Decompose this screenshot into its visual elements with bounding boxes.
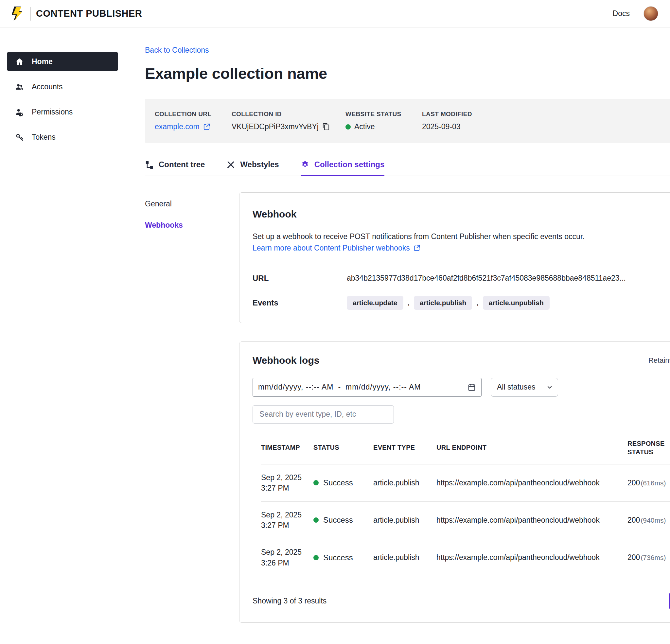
status-dot (346, 124, 351, 130)
log-url-endpoint: https://example.com/api/pantheoncloud/we… (437, 464, 628, 501)
main-content: Back to Collections Example collection n… (125, 27, 670, 644)
date-range-separator: - (338, 383, 341, 391)
brand-name: CONTENT PUBLISHER (36, 8, 142, 19)
sidebar: Home Accounts Pe (0, 27, 125, 644)
last-modified-block: LAST MODIFIED 2025-09-03 (422, 110, 662, 131)
event-chip: article.publish (414, 296, 472, 310)
tree-icon (145, 160, 154, 169)
collection-tabs: Content tree Webstyles (145, 160, 670, 176)
calendar-icon[interactable] (468, 383, 476, 391)
results-summary: Showing 3 of 3 results (253, 596, 326, 605)
website-status-label: WEBSITE STATUS (346, 110, 422, 118)
log-event-type: article.publish (373, 501, 437, 539)
collection-id-label: COLLECTION ID (232, 110, 346, 118)
logs-table: TIMESTAMP STATUS EVENT TYPE URL ENDPOINT… (253, 437, 670, 577)
last-modified-value: 2025-09-03 (422, 122, 461, 131)
gear-icon (301, 160, 309, 169)
learn-more-link[interactable]: Learn more about Content Publisher webho… (253, 244, 420, 253)
status-dot (313, 555, 319, 560)
log-url-endpoint: https://example.com/api/pantheoncloud/we… (437, 539, 628, 576)
log-response: 200(940ms) (628, 501, 670, 539)
webhook-description: Set up a webhook to receive POST notific… (253, 231, 670, 242)
external-link-icon (203, 123, 210, 131)
key-icon (15, 133, 24, 142)
collection-info-panel: COLLECTION URL example.com (145, 99, 670, 143)
log-status: Success (313, 464, 373, 501)
log-timestamp: Sep 2, 2025 3:26 PM (261, 539, 313, 576)
log-status: Success (313, 539, 373, 576)
log-row: Sep 2, 2025 3:27 PM Success article.publ… (261, 464, 670, 501)
sidebar-item-label: Permissions (32, 108, 72, 117)
col-url-endpoint: URL ENDPOINT (437, 437, 628, 465)
tab-content-tree[interactable]: Content tree (145, 160, 205, 176)
avatar[interactable] (643, 6, 658, 21)
log-status: Success (313, 501, 373, 539)
settings-subnav: General Webhooks (145, 192, 239, 242)
webhook-events-label: Events (253, 298, 347, 307)
status-dot (313, 518, 319, 523)
sidebar-item-accounts[interactable]: Accounts (7, 77, 118, 96)
webhook-card-title: Webhook (253, 209, 296, 220)
copy-icon[interactable] (322, 123, 330, 131)
users-icon (15, 82, 24, 91)
sidebar-item-label: Accounts (32, 82, 63, 91)
log-timestamp: Sep 2, 2025 3:27 PM (261, 464, 313, 501)
brand-divider (30, 7, 31, 21)
retention-note: Retains logs for 30 days (648, 356, 670, 365)
logs-header-row: TIMESTAMP STATUS EVENT TYPE URL ENDPOINT… (261, 437, 670, 465)
search-input[interactable] (253, 405, 394, 424)
col-status: STATUS (313, 437, 373, 465)
webhook-logs-card: Webhook logs Retains logs for 30 days mm… (239, 341, 670, 623)
brand: CONTENT PUBLISHER (10, 6, 142, 21)
log-event-type: article.publish (373, 539, 437, 576)
page-title: Example collection name (145, 64, 670, 82)
log-row: Sep 2, 2025 3:26 PM Success article.publ… (261, 539, 670, 576)
webhook-url-label: URL (253, 274, 347, 283)
website-status-value: Active (354, 122, 375, 131)
webhook-url-row: URL ab34b2135977d38d17bce460af2fd8b6f521… (253, 274, 670, 283)
tools-icon (226, 160, 235, 169)
external-link-icon (413, 244, 420, 252)
logo-lightning-icon (10, 6, 25, 21)
log-event-type: article.publish (373, 464, 437, 501)
tab-webstyles[interactable]: Webstyles (226, 160, 279, 176)
col-timestamp: TIMESTAMP (261, 437, 313, 465)
webhook-logs-title: Webhook logs (253, 355, 319, 366)
log-timestamp: Sep 2, 2025 3:27 PM (261, 501, 313, 539)
date-start-placeholder: mm/dd/yyyy, --:-- AM (258, 383, 333, 391)
sidebar-item-tokens[interactable]: Tokens (7, 127, 118, 147)
home-icon (15, 57, 24, 66)
log-response: 200(616ms) (628, 464, 670, 501)
col-response-status: RESPONSE STATUS (628, 437, 670, 465)
user-gear-icon (15, 108, 24, 117)
collection-url-link[interactable]: example.com (155, 122, 210, 131)
collection-id-block: COLLECTION ID VKUjEDCpPiP3xmvYvBYj (232, 110, 346, 131)
status-dot (313, 480, 319, 485)
event-chip: article.unpublish (483, 296, 550, 310)
webhook-card: Webhook Edit Se (239, 192, 670, 323)
date-end-placeholder: mm/dd/yyyy, --:-- AM (346, 383, 421, 391)
event-chip: article.update (347, 296, 403, 310)
last-modified-label: LAST MODIFIED (422, 110, 662, 118)
website-status-block: WEBSITE STATUS Active (346, 110, 422, 131)
chevron-down-icon (546, 384, 553, 391)
sidebar-item-label: Home (32, 57, 53, 66)
log-row: Sep 2, 2025 3:27 PM Success article.publ… (261, 501, 670, 539)
docs-link[interactable]: Docs (613, 9, 630, 18)
collection-url-block: COLLECTION URL example.com (155, 110, 232, 131)
top-bar: CONTENT PUBLISHER Docs (0, 0, 670, 27)
status-filter-select[interactable]: All statuses (491, 378, 558, 397)
collection-url-label: COLLECTION URL (155, 110, 232, 118)
webhook-url-value: ab34b2135977d38d17bce460af2fd8b6f521f3c7… (347, 274, 626, 283)
subnav-item-webhooks[interactable]: Webhooks (145, 221, 239, 230)
sidebar-item-home[interactable]: Home (7, 52, 118, 71)
date-range-input[interactable]: mm/dd/yyyy, --:-- AM - mm/dd/yyyy, --:--… (253, 378, 482, 397)
tab-collection-settings[interactable]: Collection settings (301, 160, 385, 176)
back-to-collections-link[interactable]: Back to Collections (145, 46, 209, 55)
sidebar-item-permissions[interactable]: Permissions (7, 102, 118, 122)
divider (253, 263, 670, 263)
webhook-events-row: Events article.update , article.publish … (253, 296, 670, 310)
log-url-endpoint: https://example.com/api/pantheoncloud/we… (437, 501, 628, 539)
subnav-item-general[interactable]: General (145, 200, 239, 209)
status-filter-value: All statuses (497, 383, 536, 391)
